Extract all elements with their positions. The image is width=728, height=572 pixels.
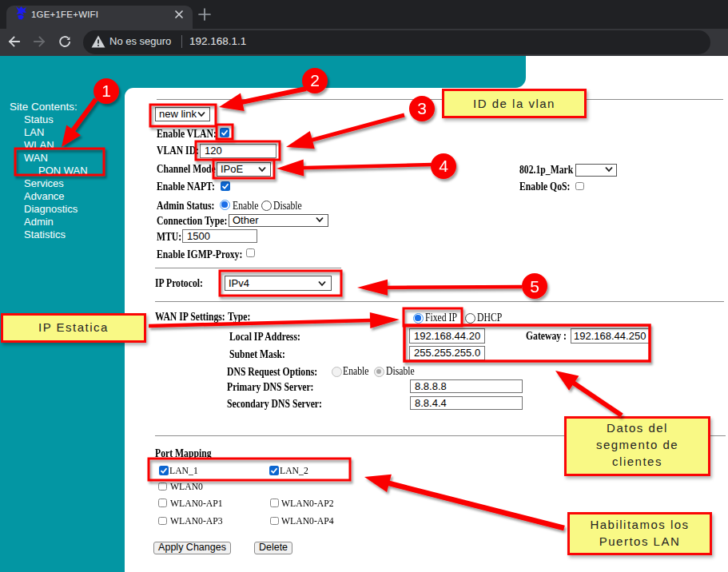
svg-text:5: 5 xyxy=(530,277,539,296)
svg-text:4: 4 xyxy=(439,157,448,175)
svg-text:2: 2 xyxy=(310,71,320,89)
svg-text:3: 3 xyxy=(417,99,427,117)
svg-text:1: 1 xyxy=(101,81,111,100)
